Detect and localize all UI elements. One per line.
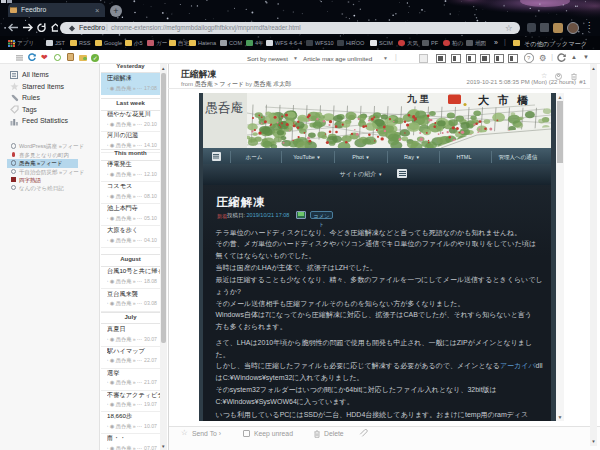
- svg-text:愚呑庵: 愚呑庵: [205, 101, 244, 115]
- svg-text:九里: 九里: [406, 93, 432, 104]
- svg-text:大市橋: 大市橋: [478, 94, 537, 106]
